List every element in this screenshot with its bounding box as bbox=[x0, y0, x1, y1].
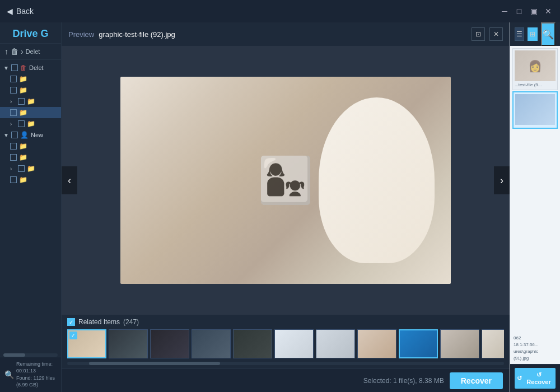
right-bottom: ↺ ↺ Recover bbox=[510, 364, 560, 392]
tree-checkbox[interactable] bbox=[10, 87, 17, 94]
right-recover-label: ↺ Recover bbox=[524, 371, 553, 385]
remaining-time: Remaining time: 00:01:13 bbox=[16, 361, 57, 375]
preview-image bbox=[120, 77, 451, 284]
thumbnail-6[interactable] bbox=[274, 329, 314, 358]
tree-checkbox[interactable] bbox=[10, 176, 17, 183]
tree-item-del-5[interactable]: › 📁 bbox=[0, 118, 61, 129]
folder-icon: 📁 bbox=[27, 165, 35, 172]
thumbnail-3[interactable] bbox=[150, 329, 189, 358]
tree-item-new-2[interactable]: 📁 bbox=[0, 152, 61, 163]
tree-checkbox[interactable] bbox=[18, 98, 25, 105]
tree-checkbox[interactable] bbox=[18, 120, 25, 127]
selected-info: Selected: 1 file(s), 8.38 MB bbox=[363, 377, 444, 385]
maximize-button[interactable]: □ bbox=[514, 6, 524, 16]
thumbnail-5[interactable] bbox=[233, 329, 272, 358]
tree-label-new: New bbox=[31, 132, 43, 138]
folder-icon: 📁 bbox=[19, 75, 27, 83]
close-button[interactable]: ✕ bbox=[543, 6, 553, 16]
delete-icon[interactable]: 🗑 bbox=[11, 47, 18, 56]
tree-checkbox[interactable] bbox=[11, 132, 18, 138]
thumb-check-icon: ✓ bbox=[69, 332, 77, 339]
thumbnail-8[interactable] bbox=[357, 329, 396, 358]
preview-body: ‹ › bbox=[62, 46, 510, 315]
file-grid: 👩 ...test-file (9... bbox=[510, 46, 560, 333]
thumbnail-2[interactable] bbox=[109, 329, 148, 358]
tree-item-new-1[interactable]: 📁 bbox=[0, 141, 61, 152]
tree-checkbox[interactable] bbox=[11, 64, 18, 71]
thumbnail-10[interactable] bbox=[440, 329, 479, 358]
tree-item-del-2[interactable]: 📁 bbox=[0, 85, 61, 96]
tree-checkbox[interactable] bbox=[10, 109, 17, 116]
tree-checkbox[interactable] bbox=[10, 154, 17, 161]
related-header: Related Items (247) bbox=[67, 318, 504, 326]
drive-label: Drive G bbox=[4, 28, 57, 40]
preview-header: Preview graphic-test-file (92).jpg ⊡ ✕ bbox=[62, 22, 510, 46]
right-panel: ☰ ⊞ 🔍 👩 ...test-file (9... 062 18 1:37:5… bbox=[510, 22, 560, 392]
recover-icon: ↺ bbox=[517, 375, 522, 382]
tree-item-new-3[interactable]: › 📁 bbox=[0, 163, 61, 174]
right-recover-button[interactable]: ↺ ↺ Recover bbox=[515, 368, 556, 389]
right-meta-2: 18 1:37:56... bbox=[514, 342, 557, 348]
preview-resize-button[interactable]: ⊡ bbox=[472, 27, 485, 41]
new-folder-icon: 👤 bbox=[20, 131, 29, 139]
thumbnail-9[interactable] bbox=[399, 329, 438, 358]
grid-view-button[interactable]: ⊞ bbox=[528, 27, 537, 41]
recover-button[interactable]: Recover bbox=[450, 372, 503, 389]
file-item-2[interactable] bbox=[512, 91, 558, 129]
expand-icon: ▼ bbox=[3, 132, 9, 138]
thumbnail-11[interactable] bbox=[482, 329, 504, 358]
tree-item-del-4[interactable]: 📁 bbox=[0, 107, 61, 118]
right-toolbar: ☰ ⊞ 🔍 bbox=[510, 22, 560, 46]
tree-checkbox[interactable] bbox=[18, 165, 25, 172]
tree-item-new-4[interactable]: 📁 bbox=[0, 174, 61, 185]
minimize-button[interactable]: ─ bbox=[500, 6, 510, 16]
tree-item-del-3[interactable]: › 📁 bbox=[0, 96, 61, 107]
folder-icon: 📁 bbox=[19, 86, 27, 94]
tree-label-deleted: Delet bbox=[29, 64, 44, 71]
thumbnail-7[interactable] bbox=[316, 329, 355, 358]
folder-icon: 📁 bbox=[27, 97, 35, 105]
preview-label: Preview bbox=[68, 30, 94, 39]
thumbnail-4[interactable] bbox=[192, 329, 231, 358]
related-count: (247) bbox=[123, 318, 139, 326]
list-view-button[interactable]: ☰ bbox=[515, 27, 524, 41]
preview-header-controls: ⊡ ✕ bbox=[472, 27, 503, 41]
sidebar-toolbar: ↑ 🗑 › Delet bbox=[0, 44, 61, 60]
right-meta-1: 062 bbox=[514, 335, 557, 342]
thumbnail-1[interactable]: ✓ bbox=[67, 329, 106, 358]
expand-icon: › bbox=[10, 121, 16, 127]
preview-prev-button[interactable]: ‹ bbox=[62, 166, 77, 194]
window-controls: ─ □ ▣ ✕ bbox=[500, 6, 553, 16]
related-label: Related Items bbox=[78, 318, 120, 326]
related-checkbox[interactable] bbox=[67, 318, 75, 326]
preview-overlay: Preview graphic-test-file (92).jpg ⊡ ✕ ‹… bbox=[62, 22, 510, 392]
back-button[interactable]: ◀ Back bbox=[7, 7, 34, 16]
file-item-1[interactable]: 👩 ...test-file (9... bbox=[512, 48, 558, 90]
title-bar: ◀ Back ─ □ ▣ ✕ bbox=[0, 0, 560, 22]
tree-item-del-1[interactable]: 📁 bbox=[0, 73, 61, 85]
breadcrumb-separator: › bbox=[21, 47, 24, 56]
expand-icon: › bbox=[10, 166, 16, 172]
thumbnails-scrollbar[interactable] bbox=[67, 362, 504, 365]
tree-item-deleted[interactable]: ▼ 🗑 Delet bbox=[0, 62, 61, 73]
found-files: Found: 1129 files (6.99 GB) bbox=[16, 375, 57, 389]
content-area: Preview graphic-test-file (92).jpg ⊡ ✕ ‹… bbox=[62, 22, 510, 392]
tree-item-new[interactable]: ▼ 👤 New bbox=[0, 129, 61, 141]
expand-icon: ▼ bbox=[3, 65, 9, 71]
right-meta-3: ures\graphic bbox=[514, 348, 557, 355]
sidebar-header: Drive G bbox=[0, 22, 61, 44]
search-button[interactable]: 🔍 bbox=[541, 22, 556, 46]
upload-icon[interactable]: ↑ bbox=[4, 47, 8, 56]
preview-next-button[interactable]: › bbox=[494, 166, 510, 194]
scan-icon: 🔍 bbox=[4, 370, 14, 379]
restore-button[interactable]: ▣ bbox=[529, 6, 539, 16]
tree-checkbox[interactable] bbox=[10, 143, 17, 150]
preview-close-button[interactable]: ✕ bbox=[489, 27, 503, 41]
tree-checkbox[interactable] bbox=[10, 76, 17, 82]
thumbnails-row: ✓ › bbox=[67, 329, 504, 358]
folder-icon: 📁 bbox=[19, 142, 27, 150]
folder-icon: 📁 bbox=[19, 109, 27, 116]
file-thumbnail-2 bbox=[515, 94, 555, 125]
right-meta-4: (91).jpg bbox=[514, 355, 557, 362]
file-thumbnail-1: 👩 bbox=[515, 50, 556, 81]
